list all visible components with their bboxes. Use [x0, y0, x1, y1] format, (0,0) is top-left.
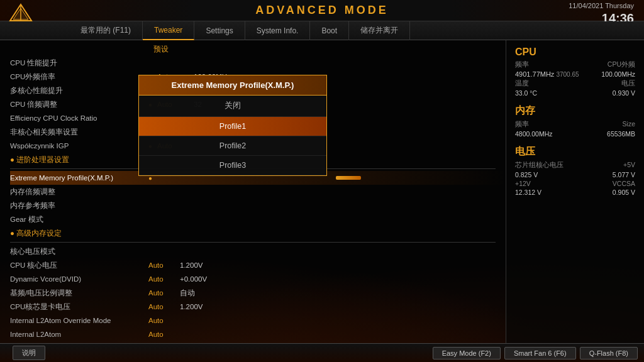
volt-chipset-values: 0.825 V 5.077 V — [515, 171, 635, 178]
setting-l2atom[interactable]: Internal L2Atom Auto — [10, 327, 506, 341]
smart-fan-button[interactable]: Smart Fan 6 (F6) — [504, 347, 576, 359]
bottom-bar: 说明 Easy Mode (F2) Smart Fan 6 (F6) Q-Fla… — [0, 343, 644, 362]
dropdown-item-off[interactable]: 关闭 — [139, 96, 326, 117]
voltage-section-title: 电压 — [515, 145, 635, 158]
divider-2 — [10, 242, 496, 243]
setting-mem-ref-freq[interactable]: 内存参考频率 — [10, 199, 506, 212]
setting-base-ratio[interactable]: 基频/电压比例调整 Auto 自动 — [10, 286, 506, 300]
dropdown-item-profile2[interactable]: Profile2 — [139, 136, 326, 156]
volt-12v-values: 12.312 V 0.905 V — [515, 189, 635, 196]
mem-freq-values: 4800.00MHz 65536MB — [515, 130, 635, 138]
cpu-freq-values: 4901.77MHz 3700.65 100.00MHz — [515, 70, 635, 78]
nav-bar: 最常用的 (F11) Tweaker Settings System Info.… — [0, 21, 644, 40]
tab-settings[interactable]: Settings — [194, 21, 245, 40]
cpu-temp-row: 温度 电压 — [515, 79, 635, 88]
voltage-info-section: 电压 芯片组核心电压 +5V 0.825 V 5.077 V +12V VCCS… — [515, 145, 635, 196]
tab-boot[interactable]: Boot — [310, 21, 349, 40]
page-title: ADVANCED MODE — [255, 4, 389, 17]
tab-tweaker[interactable]: Tweaker — [143, 21, 194, 40]
memory-section-title: 内存 — [515, 104, 635, 118]
setting-vcore-mode[interactable]: 核心电压模式 — [10, 244, 506, 258]
tab-save-exit[interactable]: 储存并离开 — [349, 21, 410, 40]
memory-info-section: 内存 频率 Size 4800.00MHz 65536MB — [515, 104, 635, 138]
setting-mem-ratio[interactable]: 内存倍频调整 — [10, 185, 506, 199]
top-bar: AORUS ADVANCED MODE 11/04/2021 Thursday … — [0, 0, 644, 21]
cpu-freq-row: 频率 CPU外频 — [515, 60, 635, 69]
setting-gear-mode[interactable]: Gear 模式 — [10, 212, 506, 226]
cpu-info-section: CPU 频率 CPU外频 4901.77MHz 3700.65 100.00MH… — [515, 47, 635, 97]
setting-cpu-vcore[interactable]: CPU 核心电压 Auto 1.200V — [10, 258, 506, 272]
preset-label: 预设 — [153, 44, 169, 55]
volt-12v-row: +12V VCCSA — [515, 180, 635, 187]
dropdown-item-profile3[interactable]: Profile3 — [139, 156, 326, 175]
info-button[interactable]: 说明 — [13, 346, 45, 360]
cpu-temp-values: 33.0 °C 0.930 V — [515, 89, 635, 97]
setting-cpu-boost[interactable]: CPU 性能提升 — [10, 56, 506, 70]
tab-common[interactable]: 最常用的 (F11) — [69, 21, 143, 40]
aorus-logo-icon — [8, 3, 34, 23]
setting-l2atom-override[interactable]: Internal L2Atom Override Mode Auto — [10, 314, 506, 327]
easy-mode-button[interactable]: Easy Mode (F2) — [433, 347, 501, 359]
mem-freq-label-row: 频率 Size — [515, 120, 635, 129]
dropdown-title: Extreme Memory Profile(X.M.P.) — [139, 75, 326, 96]
setting-igpu-voltage[interactable]: CPU核芯显卡电压 Auto 1.200V — [10, 300, 506, 314]
setting-advanced-mem[interactable]: 高级内存设定 — [10, 226, 506, 240]
date-display: 11/04/2021 Thursday — [569, 1, 634, 10]
volt-chipset-row: 芯片组核心电压 +5V — [515, 161, 635, 170]
qflash-button[interactable]: Q-Flash (F8) — [580, 347, 638, 359]
tab-sysinfo[interactable]: System Info. — [245, 21, 311, 40]
main-content: 预设 CPU 性能提升 CPU外频倍率 ● Auto 100.00MHz 多核心… — [0, 40, 644, 343]
dropdown-item-profile1[interactable]: Profile1 — [139, 117, 326, 136]
xmp-bar — [336, 176, 361, 180]
cpu-section-title: CPU — [515, 47, 635, 58]
xmp-dropdown[interactable]: Extreme Memory Profile(X.M.P.) 关闭 Profil… — [138, 75, 327, 176]
setting-dvid[interactable]: Dynamic Vcore(DVID) Auto +0.000V — [10, 272, 506, 286]
right-panel: CPU 频率 CPU外频 4901.77MHz 3700.65 100.00MH… — [506, 40, 644, 343]
